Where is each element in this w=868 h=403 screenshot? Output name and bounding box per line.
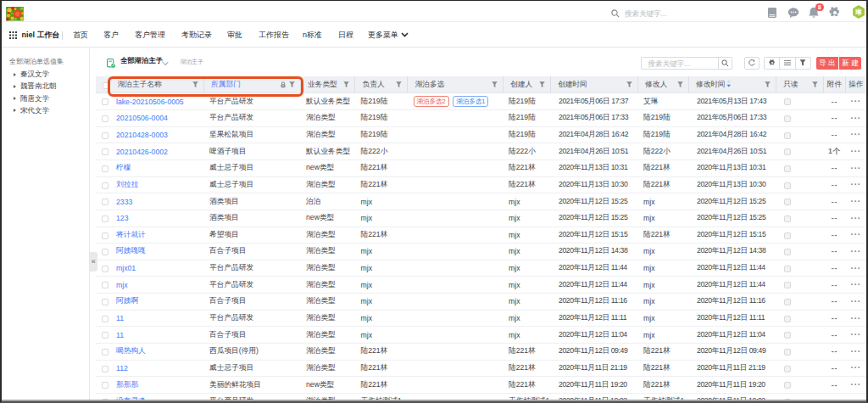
svg-text:琳: 琳 (854, 8, 863, 15)
